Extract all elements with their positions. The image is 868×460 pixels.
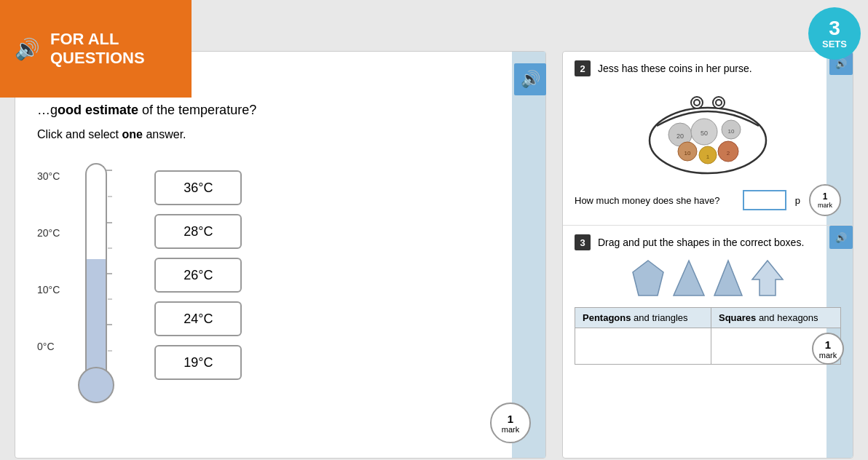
audio-button-left[interactable]: 🔊 — [514, 63, 546, 95]
purse-illustration: 20 50 10 10 1 2 — [575, 82, 841, 177]
q3-section: 🔊 3 Drag and put the shapes in the corre… — [563, 226, 853, 373]
choice-28[interactable]: 28°C — [154, 214, 242, 249]
svg-text:2: 2 — [727, 150, 730, 156]
shape-tall-triangle[interactable] — [713, 259, 743, 297]
shapes-row — [575, 259, 841, 297]
q2-answer-text: How much money does she have? — [575, 195, 734, 206]
q3-title: Drag and put the shapes in the correct b… — [598, 237, 804, 248]
shape-triangle[interactable] — [672, 259, 706, 297]
right-panel: 🔊 2 Jess has these coins in her purse. — [562, 51, 853, 459]
mark-number-q2: 1 — [823, 191, 828, 202]
shape-pentagon[interactable] — [631, 259, 665, 297]
mark-circle-q2: 1 mark — [809, 184, 841, 216]
q2-answer-input[interactable] — [743, 190, 786, 210]
svg-text:1: 1 — [706, 154, 710, 160]
thermometer-bulb — [78, 367, 114, 403]
choice-19[interactable]: 19°C — [154, 345, 242, 380]
q3-number: 3 — [575, 234, 591, 250]
left-panel: 🔊 …good estimate of the temperature? Cli… — [15, 51, 546, 459]
q2-number: 2 — [575, 60, 591, 76]
thermometer-ticks — [74, 163, 118, 374]
thermometer-labels: 30°C 20°C 10°C 0°C — [37, 163, 60, 396]
q2-header: 2 Jess has these coins in her purse. — [575, 60, 841, 76]
question-content: 30°C 20°C 10°C 0°C — [37, 163, 524, 403]
thermo-label-20: 20°C — [37, 227, 60, 239]
svg-point-12 — [716, 100, 722, 106]
speaker-icon-q3: 🔊 — [835, 232, 847, 243]
thermometer — [67, 163, 125, 403]
left-panel-stripe — [512, 52, 545, 458]
speaker-icon-left: 🔊 — [521, 70, 540, 89]
purse-svg: 20 50 10 10 1 2 — [635, 82, 781, 177]
table-header-pentagons: Pentagons and triangles — [575, 308, 711, 328]
answer-choices: 36°C 28°C 26°C 24°C 19°C — [154, 170, 242, 380]
svg-marker-27 — [714, 261, 742, 296]
mark-label-q3: mark — [819, 351, 837, 360]
shape-arrow[interactable] — [751, 259, 784, 297]
svg-text:50: 50 — [701, 130, 708, 137]
svg-marker-25 — [633, 261, 663, 296]
thermo-label-10: 10°C — [37, 284, 60, 296]
instruction-text: Click and select one answer. — [37, 128, 524, 141]
mark-label-q2: mark — [818, 202, 832, 209]
svg-marker-26 — [674, 261, 704, 296]
thermo-label-30: 30°C — [37, 170, 60, 182]
table-header-squares: Squares and hexagons — [711, 308, 840, 328]
speaker-icon: 🔊 — [15, 37, 40, 61]
svg-text:10: 10 — [728, 128, 735, 135]
banner-text: FOR ALL QUESTIONS — [50, 30, 145, 68]
svg-marker-28 — [752, 261, 783, 296]
q3-header: 3 Drag and put the shapes in the correct… — [575, 234, 841, 250]
mark-label-left: mark — [502, 425, 519, 434]
q2-section: 🔊 2 Jess has these coins in her purse. — [563, 52, 853, 226]
question-text: …good estimate of the temperature? — [37, 103, 524, 118]
mark-circle-q3: 1 mark — [812, 333, 844, 365]
mark-circle-left: 1 mark — [490, 402, 531, 443]
shapes-table: Pentagons and triangles Squares and hexa… — [575, 307, 841, 365]
q2-answer-row: How much money does she have? p 1 mark — [575, 184, 841, 216]
sets-badge: 3 SETS — [808, 7, 861, 60]
svg-text:10: 10 — [684, 150, 691, 156]
q2-title: Jess has these coins in her purse. — [598, 63, 752, 74]
sets-number: 3 — [829, 18, 840, 39]
table-cell-left[interactable] — [575, 328, 711, 365]
svg-text:20: 20 — [676, 132, 684, 140]
svg-point-10 — [694, 100, 700, 106]
sets-label: SETS — [822, 39, 847, 49]
banner: 🔊 FOR ALL QUESTIONS — [0, 0, 192, 98]
thermo-label-0: 0°C — [37, 341, 60, 352]
choice-36[interactable]: 36°C — [154, 170, 242, 205]
choice-26[interactable]: 26°C — [154, 258, 242, 293]
thermometer-container: 30°C 20°C 10°C 0°C — [37, 163, 125, 403]
mark-number-left: 1 — [508, 413, 513, 425]
audio-button-q3[interactable]: 🔊 — [829, 226, 853, 249]
choice-24[interactable]: 24°C — [154, 301, 242, 336]
mark-number-q3: 1 — [825, 338, 831, 351]
q2-unit: p — [795, 195, 800, 206]
